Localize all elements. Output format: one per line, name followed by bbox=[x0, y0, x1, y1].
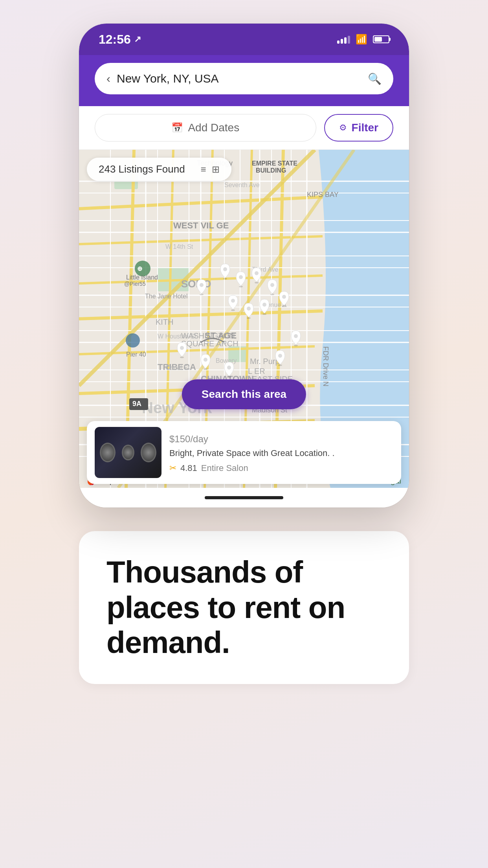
add-dates-label: Add Dates bbox=[188, 121, 239, 134]
svg-point-93 bbox=[239, 275, 243, 279]
wifi-icon: 📶 bbox=[356, 34, 367, 45]
svg-point-107 bbox=[294, 334, 298, 338]
svg-text:The Jane Hotel: The Jane Hotel bbox=[145, 293, 188, 300]
add-dates-button[interactable]: 📅 Add Dates bbox=[95, 114, 316, 142]
svg-text:FDR Drive N: FDR Drive N bbox=[322, 346, 330, 386]
svg-point-109 bbox=[180, 346, 184, 350]
svg-text:WEST VIL  GE: WEST VIL GE bbox=[173, 221, 229, 230]
mirror-decoration-3 bbox=[141, 443, 156, 462]
filter-button[interactable]: ⚙ Filter bbox=[324, 114, 393, 142]
svg-point-99 bbox=[282, 295, 286, 299]
listing-type: Entire Salon bbox=[201, 463, 248, 473]
search-query[interactable]: New York, NY, USA bbox=[117, 72, 368, 85]
location-arrow-icon: ↗ bbox=[134, 34, 141, 44]
signal-icon bbox=[337, 35, 350, 44]
svg-point-71 bbox=[126, 333, 140, 348]
listing-rating: 4.81 bbox=[180, 463, 197, 473]
status-icons: 📶 bbox=[337, 34, 389, 45]
home-indicator-area bbox=[79, 488, 409, 508]
status-bar: 12:56 ↗ 📶 bbox=[79, 24, 409, 55]
search-area-label: Search this area bbox=[202, 388, 286, 400]
listing-card[interactable]: $150/day Bright, Private Space with Grea… bbox=[87, 421, 401, 484]
signal-bar-3 bbox=[344, 37, 347, 44]
listings-count-bar: 243 Listings Found ≡ ⊞ bbox=[87, 158, 231, 181]
search-bar[interactable]: ‹ New York, NY, USA 🔍 bbox=[95, 63, 393, 94]
search-area-bg: ‹ New York, NY, USA 🔍 bbox=[79, 55, 409, 106]
svg-point-91 bbox=[223, 267, 227, 271]
svg-point-103 bbox=[247, 307, 251, 311]
svg-text:L  ER: L ER bbox=[248, 367, 265, 375]
svg-text:W Houston St: W Houston St bbox=[158, 333, 196, 340]
mirror-decoration bbox=[100, 443, 116, 462]
view-toggle-icons[interactable]: ≡ ⊞ bbox=[201, 164, 220, 175]
svg-text:Little Island: Little Island bbox=[126, 274, 158, 281]
svg-text:BUILDING: BUILDING bbox=[256, 167, 286, 174]
signal-bar-2 bbox=[341, 39, 343, 44]
svg-point-105 bbox=[262, 303, 266, 307]
list-view-icon[interactable]: ≡ bbox=[201, 164, 206, 175]
svg-text:Pier 40: Pier 40 bbox=[126, 351, 146, 358]
map-container[interactable]: Technology EMPIRE STATE BUILDING KIPS BA… bbox=[79, 150, 409, 488]
svg-text:Canal St: Canal St bbox=[165, 364, 190, 371]
scissors-icon: ✂ bbox=[169, 463, 176, 473]
svg-text:KITH: KITH bbox=[156, 318, 174, 326]
svg-text:⊕: ⊕ bbox=[137, 265, 142, 272]
search-this-area-button[interactable]: Search this area bbox=[182, 379, 306, 409]
time-display: 12:56 bbox=[99, 32, 131, 47]
headline-text: Thousands of places to rent on demand. bbox=[106, 555, 382, 660]
svg-text:9A: 9A bbox=[132, 400, 141, 408]
svg-text:SOHO: SOHO bbox=[181, 278, 211, 290]
svg-point-89 bbox=[200, 283, 204, 287]
search-icon[interactable]: 🔍 bbox=[368, 72, 382, 85]
filter-sliders-icon: ⚙ bbox=[339, 123, 347, 133]
home-bar bbox=[205, 496, 283, 499]
svg-text:EMPIRE STATE: EMPIRE STATE bbox=[252, 160, 297, 167]
svg-text:@Pier55: @Pier55 bbox=[124, 281, 146, 287]
filter-label: Filter bbox=[352, 121, 378, 134]
calendar-icon: 📅 bbox=[171, 122, 183, 133]
svg-text:SQUARE ARCH: SQUARE ARCH bbox=[181, 339, 238, 348]
signal-bar-1 bbox=[337, 40, 339, 44]
salon-decor bbox=[100, 443, 156, 462]
listing-price: $150/day bbox=[169, 432, 393, 445]
listing-image bbox=[95, 427, 161, 478]
svg-point-115 bbox=[278, 354, 282, 358]
svg-point-101 bbox=[231, 299, 235, 303]
status-time: 12:56 ↗ bbox=[99, 32, 141, 47]
back-button[interactable]: ‹ bbox=[106, 72, 110, 85]
svg-text:Seventh Ave: Seventh Ave bbox=[224, 182, 260, 188]
bottom-text-section: Thousands of places to rent on demand. bbox=[79, 531, 409, 684]
svg-text:KIPS BAY: KIPS BAY bbox=[307, 191, 339, 199]
map-view-icon[interactable]: ⊞ bbox=[212, 164, 220, 175]
svg-point-111 bbox=[204, 358, 207, 362]
svg-point-113 bbox=[227, 366, 231, 370]
filter-row: 📅 Add Dates ⚙ Filter bbox=[79, 106, 409, 150]
battery-icon bbox=[373, 35, 389, 43]
phone-device: 12:56 ↗ 📶 ‹ New York, NY, USA 🔍 📅 bbox=[79, 24, 409, 508]
svg-point-97 bbox=[270, 283, 274, 287]
svg-point-95 bbox=[255, 271, 259, 275]
mirror-decoration-2 bbox=[122, 445, 134, 460]
listing-meta: ✂ 4.81 Entire Salon bbox=[169, 463, 393, 473]
svg-text:W 14th St: W 14th St bbox=[165, 243, 193, 250]
listings-count-text: 243 Listings Found bbox=[99, 163, 185, 175]
listing-image-inner bbox=[95, 427, 161, 478]
listing-title: Bright, Private Space with Great Locatio… bbox=[169, 447, 393, 460]
signal-bar-4 bbox=[348, 36, 350, 44]
listing-info: $150/day Bright, Private Space with Grea… bbox=[169, 432, 393, 474]
price-amount: $150 bbox=[169, 434, 190, 444]
price-unit: /day bbox=[190, 434, 208, 444]
